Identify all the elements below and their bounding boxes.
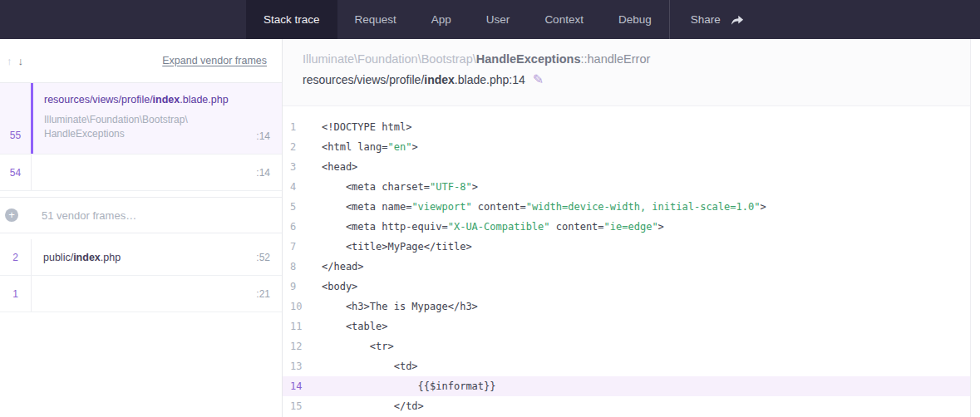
code-line-12: 12 <tr> <box>283 336 970 356</box>
code-line-15: 15 </td> <box>283 396 970 416</box>
code-text: <html lang="en"> <box>322 137 418 157</box>
line-number: 2 <box>283 137 322 157</box>
code-text: <td> <box>322 356 418 376</box>
code-snippet: 1<!DOCTYPE html>2<html lang="en">3<head>… <box>283 105 970 417</box>
line-number: 4 <box>283 177 322 197</box>
stack-frame-55[interactable]: 55resources/views/profile/index.blade.ph… <box>0 83 282 155</box>
code-line-7: 7 <title>MyPage</title> <box>283 237 970 257</box>
frame-class-name: Illuminate\Foundation\Bootstrap\HandleEx… <box>44 113 239 142</box>
line-number: 7 <box>283 237 322 257</box>
tab-app[interactable]: App <box>414 0 469 39</box>
share-label: Share <box>691 13 721 26</box>
tab-stack-trace[interactable]: Stack trace <box>246 0 337 39</box>
code-line-3: 3<head> <box>283 157 970 177</box>
code-line-9: 9<body> <box>283 277 970 297</box>
nav-tabs: Stack traceRequestAppUserContextDebug <box>246 0 669 39</box>
line-number: 12 <box>283 336 322 356</box>
code-text: <title>MyPage</title> <box>322 237 472 257</box>
line-number: 5 <box>283 197 322 217</box>
vendor-frames-label: 51 vendor frames… <box>42 209 136 222</box>
vendor-frames-toggle[interactable]: +51 vendor frames… <box>0 197 282 233</box>
frame-header: Illuminate\Foundation\Bootstrap\HandleEx… <box>283 39 970 105</box>
stack-frame-54[interactable]: 54:14 <box>0 155 282 191</box>
expand-vendor-frames-link[interactable]: Expand vendor frames <box>162 55 267 66</box>
frame-method: Illuminate\Foundation\Bootstrap\HandleEx… <box>303 52 953 66</box>
frame-body: public/index.php:52 <box>31 239 282 275</box>
frames-list: 55resources/views/profile/index.blade.ph… <box>0 83 282 312</box>
sidebar-header: ↑ ↓ Expand vendor frames <box>0 39 282 83</box>
top-navbar: Stack traceRequestAppUserContextDebug Sh… <box>0 0 980 39</box>
frame-line-number: :14 <box>256 167 270 179</box>
line-number: 14 <box>283 376 322 396</box>
file-path: resources/views/profile/index.blade.php:… <box>303 73 525 86</box>
stack-frame-1[interactable]: 1:21 <box>0 276 282 312</box>
edit-pencil-icon[interactable]: ✎ <box>533 73 544 86</box>
code-text: <meta charset="UTF-8"> <box>322 177 478 197</box>
code-line-5: 5 <meta name="viewport" content="width=d… <box>283 197 970 217</box>
code-text: </td> <box>322 396 424 416</box>
code-text: {{$informat}} <box>322 376 496 396</box>
code-text: <table> <box>322 316 387 336</box>
class-name: HandleExceptions <box>476 52 581 66</box>
code-line-1: 1<!DOCTYPE html> <box>283 117 970 137</box>
frame-line-number: :21 <box>256 288 270 300</box>
code-line-4: 4 <meta charset="UTF-8"> <box>283 177 970 197</box>
file-path-suffix: .blade.php:14 <box>455 73 525 86</box>
line-number: 9 <box>283 277 322 297</box>
code-text: <tr> <box>322 336 394 356</box>
share-icon <box>730 13 745 27</box>
code-text: <meta http-equiv="X-UA-Compatible" conte… <box>322 217 664 237</box>
scrollbar[interactable] <box>970 39 980 417</box>
line-number: 15 <box>283 396 322 416</box>
frame-file-path: resources/views/profile/index.blade.php <box>44 94 270 105</box>
frame-file-path: public/index.php <box>43 252 270 263</box>
frame-body: :21 <box>31 276 282 312</box>
code-text: <head> <box>322 157 357 177</box>
file-path-bold: index <box>424 73 455 86</box>
code-line-14: 14 {{$informat}} <box>283 376 970 396</box>
line-number: 6 <box>283 217 322 237</box>
frame-number: 54 <box>0 155 31 190</box>
code-line-2: 2<html lang="en"> <box>283 137 970 157</box>
frame-number: 55 <box>0 83 31 154</box>
line-number: 11 <box>283 316 322 336</box>
code-text: <body> <box>322 277 357 297</box>
frame-body: resources/views/profile/index.blade.phpI… <box>31 83 282 154</box>
line-number: 10 <box>283 297 322 316</box>
file-path-prefix: resources/views/profile/ <box>303 73 424 86</box>
code-text: <h3>The is Mypage</h3> <box>322 297 478 316</box>
frame-line-number: :52 <box>256 252 270 263</box>
main-panel: Illuminate\Foundation\Bootstrap\HandleEx… <box>283 39 970 417</box>
code-line-10: 10 <h3>The is Mypage</h3> <box>283 297 970 316</box>
frame-number: 1 <box>0 276 31 312</box>
line-number: 8 <box>283 257 322 277</box>
tab-request[interactable]: Request <box>337 0 414 39</box>
tab-context[interactable]: Context <box>527 0 601 39</box>
prev-frame-arrow-icon[interactable]: ↑ <box>7 55 12 67</box>
frame-number: 2 <box>0 239 31 275</box>
code-text: <meta name="viewport" content="width=dev… <box>322 197 766 217</box>
stack-trace-sidebar: ↑ ↓ Expand vendor frames 55resources/vie… <box>0 39 283 417</box>
tab-user[interactable]: User <box>469 0 528 39</box>
frame-line-number: :14 <box>256 130 270 142</box>
tab-debug[interactable]: Debug <box>601 0 669 39</box>
namespace-prefix: Illuminate\Foundation\Bootstrap\ <box>303 52 476 66</box>
frame-body: :14 <box>31 155 282 190</box>
frame-file: resources/views/profile/index.blade.php:… <box>303 73 953 86</box>
share-button[interactable]: Share <box>670 0 758 39</box>
line-number: 3 <box>283 157 322 177</box>
line-number: 1 <box>283 117 322 137</box>
code-line-13: 13 <td> <box>283 356 970 376</box>
code-line-6: 6 <meta http-equiv="X-UA-Compatible" con… <box>283 217 970 237</box>
stack-frame-2[interactable]: 2public/index.php:52 <box>0 239 282 276</box>
code-line-11: 11 <table> <box>283 316 970 336</box>
next-frame-arrow-icon[interactable]: ↓ <box>18 55 24 67</box>
code-line-8: 8</head> <box>283 257 970 277</box>
ignition-error-page: Stack traceRequestAppUserContextDebug Sh… <box>0 0 980 417</box>
content-area: ↑ ↓ Expand vendor frames 55resources/vie… <box>0 39 980 417</box>
line-number: 13 <box>283 356 322 376</box>
expand-plus-icon: + <box>5 208 18 222</box>
code-text: </head> <box>322 257 364 277</box>
method-name: ::handleError <box>580 52 650 66</box>
code-text: <!DOCTYPE html> <box>322 117 411 137</box>
